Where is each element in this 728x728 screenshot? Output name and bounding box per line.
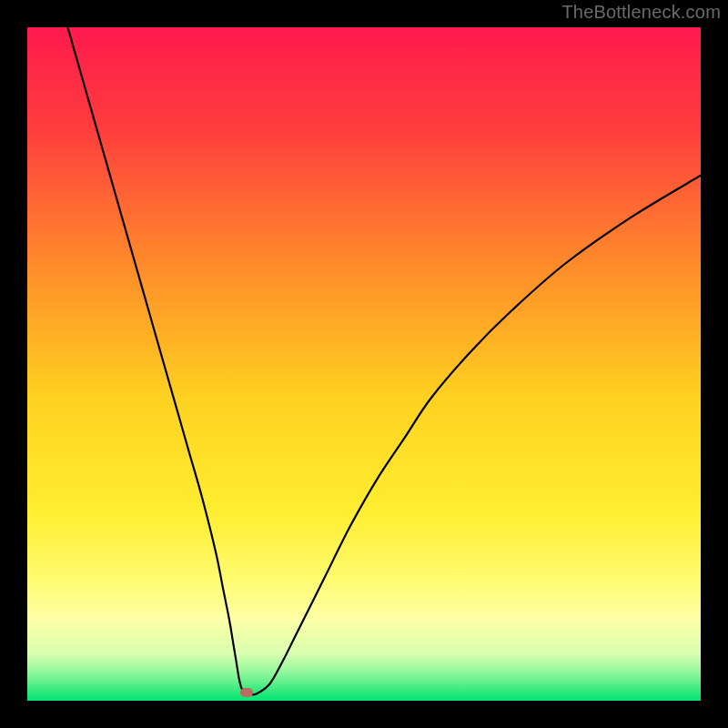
bottleneck-curve xyxy=(27,27,701,701)
plot-area xyxy=(27,27,701,701)
optimal-point-marker xyxy=(240,688,253,697)
chart-frame: TheBottleneck.com xyxy=(0,0,728,728)
watermark-text: TheBottleneck.com xyxy=(561,2,721,23)
